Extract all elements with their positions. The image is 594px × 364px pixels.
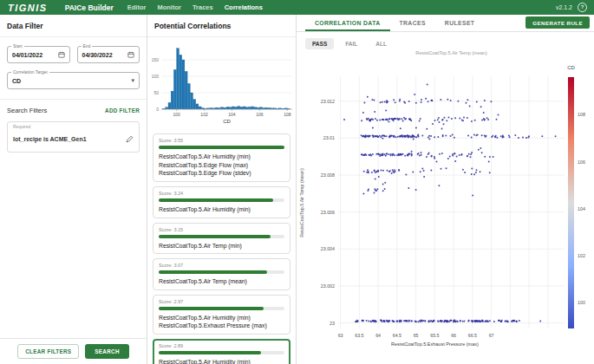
score-bar-track: [159, 146, 284, 149]
help-icon[interactable]: ?: [578, 3, 587, 12]
calendar-icon[interactable]: [127, 51, 134, 58]
svg-text:23: 23: [330, 321, 335, 326]
svg-text:104: 104: [228, 112, 236, 117]
filter-required-tag: Required: [13, 124, 30, 129]
svg-text:63: 63: [338, 333, 343, 338]
filter-list: Requiredlot_recipe is ACME_Gen1: [0, 121, 147, 153]
svg-text:ResistCoatTop.5.Exhaust Pressu: ResistCoatTop.5.Exhaust Pressure (max): [391, 341, 479, 347]
nav-item-correlations[interactable]: Correlations: [225, 3, 263, 11]
tab-traces[interactable]: TRACES: [390, 15, 435, 31]
calendar-icon[interactable]: [58, 51, 65, 58]
svg-text:64: 64: [375, 333, 381, 338]
correlation-card[interactable]: Score: 3.24ResistCoatTop.5.Air Humidity …: [153, 186, 290, 218]
svg-text:23.01: 23.01: [323, 135, 335, 140]
pass-fail-all-toggle: PASSFAILALL: [305, 38, 394, 49]
score-bar-track: [159, 270, 284, 274]
svg-text:65.5: 65.5: [430, 333, 439, 338]
results-tab-bar: CORRELATION DATATRACESRULESET GENERATE R…: [297, 15, 594, 32]
svg-text:102: 102: [578, 253, 585, 258]
segment-fail[interactable]: FAIL: [338, 38, 364, 49]
svg-text:66.5: 66.5: [468, 333, 477, 338]
version-label: v2.1.2: [556, 4, 572, 10]
feature-name: ResistCoatTop.5.Exhaust Pressure (max): [159, 322, 284, 330]
score-bar-fill: [159, 235, 271, 238]
end-date-field[interactable]: End 04/30/2022: [77, 46, 140, 63]
correlation-card-list: Score: 3.55ResistCoatTop.5.Air Humidity …: [147, 132, 296, 364]
score-bar-fill: [159, 198, 273, 202]
data-filter-panel: Data Filter Start 04/01/2022 End 04/30/2…: [0, 15, 147, 364]
svg-text:23.002: 23.002: [321, 283, 335, 289]
colorbar: [568, 77, 574, 328]
end-date-value: 04/30/2022: [82, 52, 113, 58]
svg-text:106: 106: [256, 112, 264, 117]
tab-correlation-data[interactable]: CORRELATION DATA: [305, 15, 390, 31]
segment-pass[interactable]: PASS: [305, 38, 334, 49]
feature-name: ResistCoatTop.5.Air Temp (mean): [159, 277, 284, 286]
svg-text:100: 100: [173, 112, 180, 117]
score-label: Score: 3.24: [159, 191, 284, 196]
filter-text: lot_recipe is ACME_Gen1: [13, 136, 87, 142]
score-bar-track: [159, 235, 284, 238]
svg-text:50: 50: [153, 90, 159, 95]
score-bar-track: [159, 198, 284, 202]
correlation-card[interactable]: Score: 2.89ResistCoatTop.5.Air Humidity …: [153, 339, 290, 364]
start-date-field[interactable]: Start 04/01/2022: [7, 46, 70, 63]
svg-text:66: 66: [451, 333, 456, 338]
score-label: Score: 3.07: [159, 263, 284, 268]
date-range-row: Start 04/01/2022 End 04/30/2022: [0, 37, 147, 63]
results-panel: CORRELATION DATATRACESRULESET GENERATE R…: [297, 15, 594, 364]
feature-name: ResistCoatTop.5.Air Temp (min): [159, 242, 284, 250]
add-filter-button[interactable]: ADD FILTER: [105, 107, 140, 114]
correlation-target-select[interactable]: Correlation Target CD ▾: [7, 72, 140, 89]
correlation-target-value: CD: [12, 78, 21, 84]
svg-text:64.5: 64.5: [393, 333, 401, 338]
svg-text:108: 108: [284, 112, 291, 117]
correlation-card[interactable]: Score: 2.97ResistCoatTop.5.Air Humidity …: [153, 295, 290, 335]
generate-rule-button[interactable]: GENERATE RULE: [525, 16, 590, 29]
svg-text:23.008: 23.008: [321, 172, 335, 178]
svg-text:CD: CD: [223, 119, 231, 124]
correlation-card[interactable]: Score: 3.07ResistCoatTop.5.Air Temp (mea…: [153, 258, 290, 290]
score-bar-track: [159, 307, 284, 310]
feature-name: ResistCoatTop.5.Air Humidity (min): [159, 153, 284, 161]
segment-all[interactable]: ALL: [369, 38, 394, 49]
svg-text:23.012: 23.012: [321, 99, 335, 104]
clear-filters-button[interactable]: CLEAR FILTERS: [17, 344, 79, 359]
search-button[interactable]: SEARCH: [85, 344, 128, 359]
feature-name: ResistCoatTop.5.Air Humidity (min): [159, 205, 284, 214]
start-date-label: Start: [11, 43, 24, 49]
feature-name: ResistCoatTop.5.Air Humidity (min): [159, 358, 284, 364]
scatter-plot-title: ResistCoatTop.5.Air Temp (mean): [338, 50, 565, 55]
main-nav: EditorMonitorTracesCorrelations: [127, 3, 263, 11]
nav-item-monitor[interactable]: Monitor: [157, 3, 181, 11]
potential-correlations-panel: Potential Correlations 05010015010010210…: [147, 15, 297, 364]
score-label: Score: 2.97: [159, 299, 284, 304]
svg-text:100: 100: [152, 74, 160, 79]
feature-name: ResistCoatTop.5.Edge Flow (max): [159, 161, 284, 170]
score-bar-fill: [159, 146, 284, 149]
pencil-icon[interactable]: [126, 131, 134, 146]
score-label: Score: 2.89: [159, 343, 284, 348]
score-bar-track: [159, 351, 284, 354]
correlation-card[interactable]: Score: 3.55ResistCoatTop.5.Air Humidity …: [153, 133, 290, 182]
svg-text:CD: CD: [567, 65, 575, 70]
svg-text:106: 106: [578, 159, 585, 165]
filter-item[interactable]: Requiredlot_recipe is ACME_Gen1: [7, 121, 140, 153]
svg-text:104: 104: [578, 206, 585, 211]
end-date-label: End: [82, 43, 93, 49]
nav-item-traces[interactable]: Traces: [193, 3, 213, 11]
tab-ruleset[interactable]: RULESET: [435, 15, 485, 31]
correlation-card[interactable]: Score: 3.15ResistCoatTop.5.Air Temp (min…: [153, 223, 290, 255]
nav-item-editor[interactable]: Editor: [127, 3, 147, 11]
svg-text:150: 150: [152, 57, 160, 62]
data-filter-title: Data Filter: [0, 15, 147, 37]
tabs: CORRELATION DATATRACESRULESET: [305, 15, 484, 31]
histogram-bars: [163, 49, 290, 109]
scatter-plot[interactable]: 2323.00223.00423.00623.00823.0123.012636…: [297, 58, 594, 351]
scatter-points: [343, 84, 557, 323]
svg-text:102: 102: [200, 112, 208, 117]
start-date-value: 04/01/2022: [12, 52, 42, 58]
feature-name: ResistCoatTop.5.Air Humidity (min): [159, 314, 284, 322]
score-label: Score: 3.15: [159, 227, 284, 232]
score-label: Score: 3.55: [159, 138, 284, 143]
